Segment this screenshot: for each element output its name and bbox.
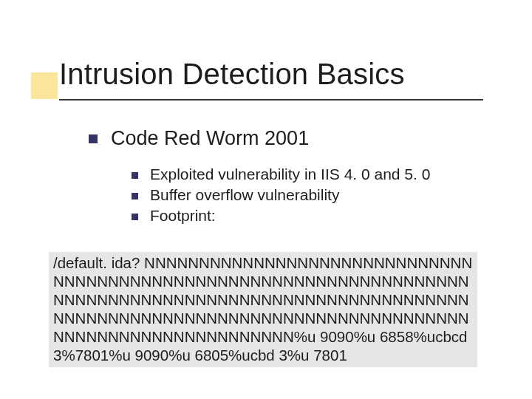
- square-bullet-icon: [132, 193, 138, 200]
- subpoint-text: Footprint:: [150, 207, 216, 225]
- sub-bullet-list: Exploited vulnerability in IIS 4. 0 and …: [132, 166, 430, 228]
- square-bullet-icon: [89, 134, 98, 143]
- title-underline: [59, 99, 483, 100]
- slide-title: Intrusion Detection Basics: [59, 58, 405, 91]
- list-item: Footprint:: [132, 207, 430, 225]
- footprint-code: /default. ida? NNNNNNNNNNNNNNNNNNNNNNNNN…: [49, 252, 477, 367]
- subpoint-text: Exploited vulnerability in IIS 4. 0 and …: [150, 166, 430, 183]
- slide: Intrusion Detection Basics Code Red Worm…: [0, 0, 532, 399]
- list-item: Buffer overflow vulnerability: [132, 186, 430, 204]
- accent-square: [31, 72, 58, 99]
- subpoint-text: Buffer overflow vulnerability: [150, 186, 339, 204]
- square-bullet-icon: [132, 214, 138, 220]
- list-item: Exploited vulnerability in IIS 4. 0 and …: [132, 166, 430, 183]
- heading-text: Code Red Worm 2001: [111, 127, 309, 150]
- square-bullet-icon: [132, 172, 138, 179]
- bullet-level1: Code Red Worm 2001: [89, 127, 309, 150]
